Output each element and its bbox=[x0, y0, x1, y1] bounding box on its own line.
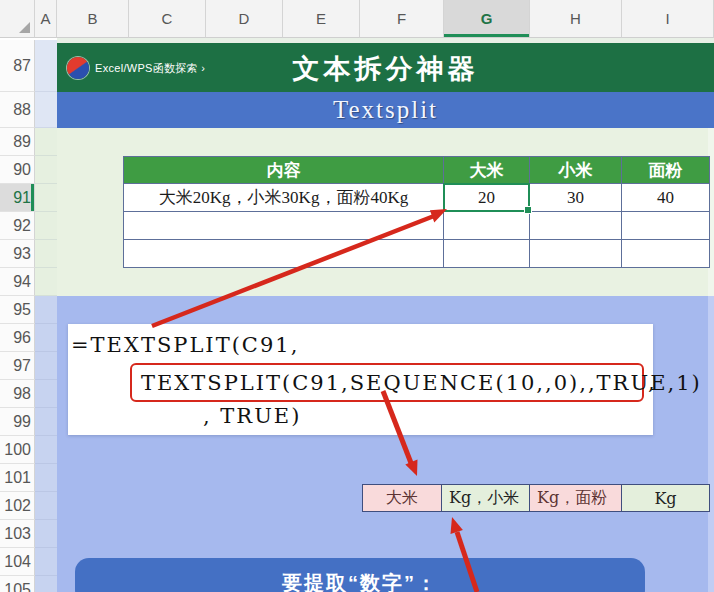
row-header-102[interactable]: 102 bbox=[0, 492, 35, 520]
result-cell-2[interactable]: Kg，面粉 bbox=[530, 484, 622, 512]
result-cell-0[interactable]: 大米 bbox=[362, 484, 442, 512]
result-cell-3[interactable]: Kg bbox=[622, 484, 710, 512]
formula-line-2: TEXTSPLIT(C91,SEQUENCE(10,,0),,TRUE,1) bbox=[141, 371, 702, 395]
selected-cell-outline bbox=[443, 183, 530, 212]
table-cell-r91-c0[interactable]: 大米20Kg，小米30Kg，面粉40Kg bbox=[123, 184, 444, 212]
table-empty-cell[interactable] bbox=[123, 212, 444, 240]
cell-A92[interactable] bbox=[35, 212, 57, 240]
footer-label: 要提取“数字”： bbox=[75, 558, 645, 592]
select-all-corner[interactable] bbox=[0, 0, 35, 38]
grid-edge-sliver bbox=[708, 296, 714, 592]
column-header-I[interactable]: I bbox=[622, 0, 714, 38]
row-header-103[interactable]: 103 bbox=[0, 520, 35, 548]
formula-line-3: , TRUE) bbox=[203, 404, 301, 428]
column-header-D[interactable]: D bbox=[206, 0, 283, 38]
formula-line-2-tail: , bbox=[648, 370, 657, 394]
row-header-91[interactable]: 91 bbox=[0, 184, 35, 212]
cell-A97[interactable] bbox=[35, 352, 57, 380]
subtitle-banner: Textsplit bbox=[57, 92, 714, 128]
title-banner: Excel/WPS函数探索 › 文本拆分神器 bbox=[57, 43, 714, 92]
column-header-C[interactable]: C bbox=[129, 0, 206, 38]
page-title: 文本拆分神器 bbox=[57, 51, 714, 87]
result-cell-1[interactable]: Kg，小米 bbox=[442, 484, 530, 512]
table-cell-r91-c2[interactable]: 30 bbox=[530, 184, 622, 212]
column-header-G[interactable]: G bbox=[444, 0, 530, 38]
table-header-2[interactable]: 小米 bbox=[530, 156, 622, 184]
table-empty-cell[interactable] bbox=[622, 212, 710, 240]
column-header-A[interactable]: A bbox=[35, 0, 57, 38]
column-header-F[interactable]: F bbox=[360, 0, 444, 38]
table-empty-cell[interactable] bbox=[622, 240, 710, 268]
row-header-97[interactable]: 97 bbox=[0, 352, 35, 380]
select-all-icon bbox=[19, 22, 30, 33]
cell-A105[interactable] bbox=[35, 576, 57, 592]
cell-A89[interactable] bbox=[35, 128, 57, 156]
row-header-94[interactable]: 94 bbox=[0, 268, 35, 296]
cell-A101[interactable] bbox=[35, 464, 57, 492]
cell-A98[interactable] bbox=[35, 380, 57, 408]
table-empty-cell[interactable] bbox=[123, 240, 444, 268]
row-header-100[interactable]: 100 bbox=[0, 436, 35, 464]
column-header-E[interactable]: E bbox=[283, 0, 360, 38]
cell-A91[interactable] bbox=[35, 184, 57, 212]
row-header-95[interactable]: 95 bbox=[0, 296, 35, 324]
spreadsheet-window: Excel/WPS函数探索 › 文本拆分神器 Textsplit ABCDEFG… bbox=[0, 0, 714, 592]
row-header-90[interactable]: 90 bbox=[0, 156, 35, 184]
table-empty-cell[interactable] bbox=[530, 212, 622, 240]
row-header-92[interactable]: 92 bbox=[0, 212, 35, 240]
table-header-1[interactable]: 大米 bbox=[444, 156, 530, 184]
row-header-105[interactable]: 105 bbox=[0, 576, 35, 592]
table-empty-cell[interactable] bbox=[530, 240, 622, 268]
table-header-0[interactable]: 内容 bbox=[123, 156, 444, 184]
cell-A99[interactable] bbox=[35, 408, 57, 436]
cell-A88[interactable] bbox=[35, 92, 57, 128]
subtitle-label: Textsplit bbox=[333, 96, 438, 124]
formula-line-1: =TEXTSPLIT(C91, bbox=[71, 333, 299, 357]
row-header-104[interactable]: 104 bbox=[0, 548, 35, 576]
cell-A104[interactable] bbox=[35, 548, 57, 576]
row-header-89[interactable]: 89 bbox=[0, 128, 35, 156]
table-header-3[interactable]: 面粉 bbox=[622, 156, 710, 184]
table-empty-cell[interactable] bbox=[444, 240, 530, 268]
row-header-96[interactable]: 96 bbox=[0, 324, 35, 352]
row-header-88[interactable]: 88 bbox=[0, 92, 35, 128]
cell-A90[interactable] bbox=[35, 156, 57, 184]
row-header-101[interactable]: 101 bbox=[0, 464, 35, 492]
cell-A103[interactable] bbox=[35, 520, 57, 548]
column-header-H[interactable]: H bbox=[530, 0, 622, 38]
formula-highlight-box: TEXTSPLIT(C91,SEQUENCE(10,,0),,TRUE,1) bbox=[130, 363, 644, 402]
footer-banner: 要提取“数字”： bbox=[75, 558, 645, 592]
cell-A94[interactable] bbox=[35, 268, 57, 296]
cell-A93[interactable] bbox=[35, 240, 57, 268]
cell-A100[interactable] bbox=[35, 436, 57, 464]
cell-A87[interactable] bbox=[35, 40, 57, 92]
cell-A96[interactable] bbox=[35, 324, 57, 352]
column-header-B[interactable]: B bbox=[57, 0, 129, 38]
cell-A102[interactable] bbox=[35, 492, 57, 520]
row-header-98[interactable]: 98 bbox=[0, 380, 35, 408]
table-empty-cell[interactable] bbox=[444, 212, 530, 240]
row-header-87[interactable]: 87 bbox=[0, 40, 35, 92]
table-cell-r91-c3[interactable]: 40 bbox=[622, 184, 710, 212]
row-header-99[interactable]: 99 bbox=[0, 408, 35, 436]
formula-box: =TEXTSPLIT(C91, TEXTSPLIT(C91,SEQUENCE(1… bbox=[68, 324, 653, 435]
cell-A95[interactable] bbox=[35, 296, 57, 324]
row-header-93[interactable]: 93 bbox=[0, 240, 35, 268]
